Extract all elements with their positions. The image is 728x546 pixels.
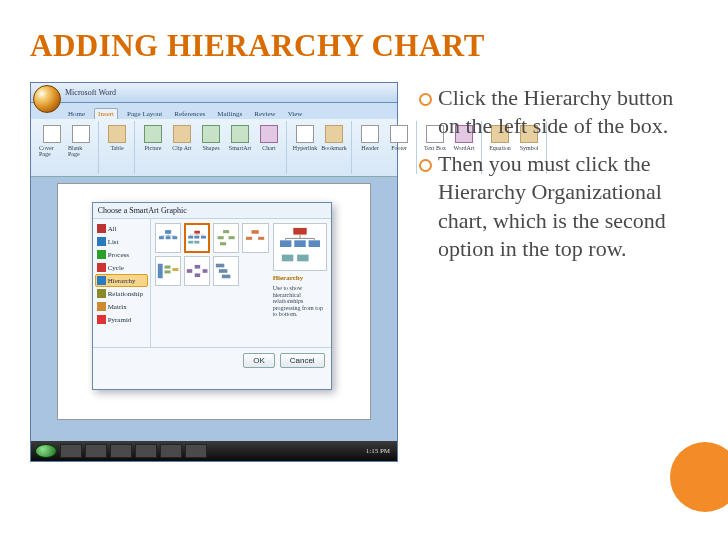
svg-rect-0 <box>165 230 171 234</box>
ribbon-header[interactable]: Header <box>357 123 383 172</box>
thumb-3[interactable] <box>242 223 268 253</box>
tab-insert[interactable]: Insert <box>94 108 118 119</box>
svg-rect-21 <box>220 242 226 245</box>
svg-rect-36 <box>293 228 306 235</box>
taskbar-item[interactable] <box>60 444 82 458</box>
thumb-0[interactable] <box>155 223 181 253</box>
thumb-1[interactable] <box>184 223 210 253</box>
svg-rect-23 <box>246 237 252 240</box>
svg-rect-13 <box>194 241 199 244</box>
category-cycle[interactable]: Cycle <box>95 261 148 274</box>
app-title: Microsoft Word <box>65 88 116 97</box>
svg-rect-10 <box>194 236 199 239</box>
svg-rect-26 <box>164 266 170 269</box>
taskbar-item[interactable] <box>85 444 107 458</box>
dialog-thumbnail-grid <box>155 223 269 343</box>
svg-rect-8 <box>194 231 200 234</box>
taskbar-item[interactable] <box>185 444 207 458</box>
thumb-5[interactable] <box>184 256 210 286</box>
category-hierarchy[interactable]: Hierarchy <box>95 274 148 287</box>
preview-description: Use to show hierarchical relationships p… <box>273 285 327 318</box>
svg-rect-3 <box>172 236 177 239</box>
clock: 1:15 PM <box>366 447 393 455</box>
svg-rect-1 <box>159 236 164 239</box>
tab-home[interactable]: Home <box>65 109 88 119</box>
svg-rect-32 <box>202 269 207 273</box>
svg-rect-31 <box>195 273 200 277</box>
start-button[interactable] <box>35 444 57 458</box>
category-all[interactable]: All <box>95 222 148 235</box>
svg-rect-30 <box>195 265 200 269</box>
svg-rect-39 <box>308 240 319 247</box>
taskbar-item[interactable] <box>135 444 157 458</box>
svg-rect-19 <box>218 236 224 239</box>
bullet-list: Click the Hierarchy button on the left s… <box>416 82 698 462</box>
document-page: Choose a SmartArt Graphic All List Proce… <box>57 183 372 420</box>
dialog-preview: Hierarchy Use to show hierarchical relat… <box>273 223 327 343</box>
ribbon-shapes[interactable]: Shapes <box>198 123 224 172</box>
taskbar-item[interactable] <box>160 444 182 458</box>
slide: Adding Hierarchy Chart Microsoft Word Ho… <box>0 0 728 546</box>
thumb-2[interactable] <box>213 223 239 253</box>
tab-review[interactable]: Review <box>251 109 278 119</box>
svg-rect-28 <box>172 268 178 271</box>
bullet-2: Then you must click the Hierarchy Organi… <box>416 150 698 263</box>
svg-rect-41 <box>297 255 308 262</box>
ribbon-table[interactable]: Table <box>104 123 130 172</box>
ribbon-hyperlink[interactable]: Hyperlink <box>292 123 318 172</box>
category-list[interactable]: List <box>95 235 148 248</box>
taskbar-item[interactable] <box>110 444 132 458</box>
category-matrix[interactable]: Matrix <box>95 300 148 313</box>
svg-rect-11 <box>201 236 206 239</box>
thumb-4[interactable] <box>155 256 181 286</box>
ribbon-footer[interactable]: Footer <box>386 123 412 172</box>
ribbon-chart[interactable]: Chart <box>256 123 282 172</box>
thumb-6[interactable] <box>213 256 239 286</box>
svg-rect-9 <box>188 236 193 239</box>
preview-image <box>273 223 327 271</box>
ribbon-coverpage[interactable]: Cover Page <box>39 123 65 172</box>
dialog-title: Choose a SmartArt Graphic <box>93 203 331 219</box>
smartart-dialog: Choose a SmartArt Graphic All List Proce… <box>92 202 332 390</box>
category-relationship[interactable]: Relationship <box>95 287 148 300</box>
dialog-category-list: All List Process Cycle Hierarchy Relatio… <box>93 219 151 347</box>
ribbon-clipart[interactable]: Clip Art <box>169 123 195 172</box>
svg-rect-12 <box>188 241 193 244</box>
ribbon-smartart[interactable]: SmartArt <box>227 123 253 172</box>
svg-rect-20 <box>229 236 235 239</box>
category-process[interactable]: Process <box>95 248 148 261</box>
decorative-circle <box>670 442 728 512</box>
taskbar: 1:15 PM <box>31 441 397 461</box>
svg-rect-2 <box>165 236 170 239</box>
svg-rect-27 <box>164 270 170 273</box>
svg-rect-35 <box>222 275 230 279</box>
preview-title: Hierarchy <box>273 274 327 282</box>
cancel-button[interactable]: Cancel <box>280 353 325 368</box>
ribbon-picture[interactable]: Picture <box>140 123 166 172</box>
office-button[interactable] <box>33 85 61 113</box>
ribbon-tabs: Home Insert Page Layout References Maili… <box>31 103 397 119</box>
tab-mailings[interactable]: Mailings <box>214 109 245 119</box>
ok-button[interactable]: OK <box>243 353 275 368</box>
svg-rect-22 <box>252 230 259 234</box>
slide-content: Microsoft Word Home Insert Page Layout R… <box>30 82 698 462</box>
category-pyramid[interactable]: Pyramid <box>95 313 148 326</box>
slide-title: Adding Hierarchy Chart <box>30 28 698 64</box>
svg-rect-29 <box>187 269 192 273</box>
tab-references[interactable]: References <box>171 109 208 119</box>
dialog-footer: OK Cancel <box>93 347 331 373</box>
word-screenshot: Microsoft Word Home Insert Page Layout R… <box>30 82 398 462</box>
svg-rect-38 <box>294 240 305 247</box>
svg-rect-40 <box>281 255 292 262</box>
svg-rect-34 <box>219 269 227 273</box>
window-titlebar: Microsoft Word <box>31 83 397 103</box>
ribbon-bookmark[interactable]: Bookmark <box>321 123 347 172</box>
tab-view[interactable]: View <box>285 109 306 119</box>
svg-rect-37 <box>280 240 291 247</box>
bullet-1: Click the Hierarchy button on the left s… <box>416 84 698 140</box>
svg-rect-18 <box>223 230 229 233</box>
svg-rect-25 <box>157 264 162 279</box>
tab-pagelayout[interactable]: Page Layout <box>124 109 165 119</box>
ribbon: Cover Page Blank Page Table Picture Clip… <box>31 119 397 177</box>
ribbon-blankpage[interactable]: Blank Page <box>68 123 94 172</box>
